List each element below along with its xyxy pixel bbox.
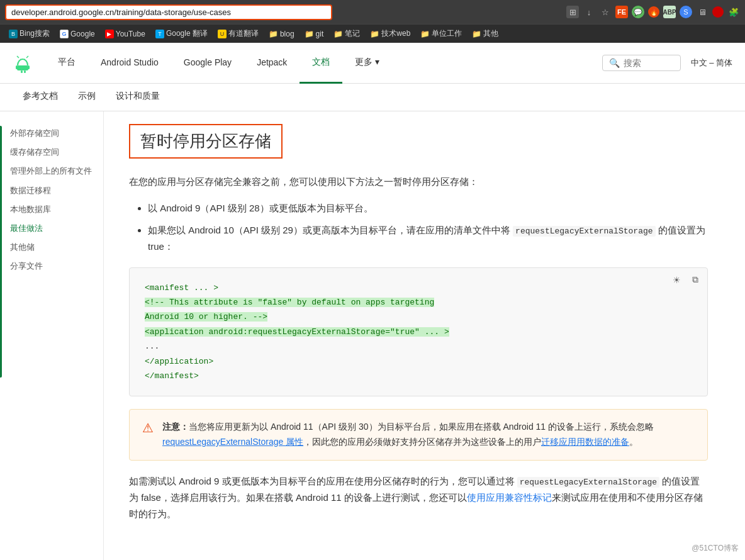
youdao-icon: U xyxy=(218,30,227,38)
code-block: <manifest ... > <!-- This attribute is "… xyxy=(130,268,707,396)
search-input[interactable] xyxy=(624,58,674,68)
bottom-paragraph: 如需测试以 Android 9 或更低版本为目标平台的应用在使用分区储存时的行为… xyxy=(129,473,708,522)
bookmark-techweb[interactable]: 📁 技术web xyxy=(366,27,414,40)
bookmark-other-label: 其他 xyxy=(483,28,498,39)
bookmark-notes[interactable]: 📁 笔记 xyxy=(330,27,364,40)
fire-icon[interactable]: 🔥 xyxy=(648,6,659,18)
sidebar-item-local-db[interactable]: 本地数据库 xyxy=(0,200,103,219)
subnav-reference[interactable]: 参考文档 xyxy=(13,84,68,111)
browser-icons: ⊞ ↓ ☆ FE 💬 🔥 ABP S 🖥 🧩 xyxy=(566,6,740,18)
bookmark-techweb-label: 技术web xyxy=(381,28,410,39)
topnav-google-play[interactable]: Google Play xyxy=(171,43,244,84)
code-line-6: </application> xyxy=(145,354,692,369)
watermark: @51CTO博客 xyxy=(692,543,739,554)
fe-icon[interactable]: FE xyxy=(615,6,628,18)
monitor-icon[interactable]: 🖥 xyxy=(696,6,709,18)
browser-chrome: developer.android.google.cn/training/dat… xyxy=(0,0,745,43)
page-heading: 暂时停用分区存储 xyxy=(129,124,283,159)
sidebar-item-migration[interactable]: 数据迁移程 xyxy=(0,181,103,200)
bookmark-blog[interactable]: 📁 blog xyxy=(265,28,298,40)
copy-icon[interactable]: ⧉ xyxy=(688,273,702,287)
google-icon: G xyxy=(60,30,69,38)
code-line-1: <manifest ... > xyxy=(145,281,692,295)
translate-icon: T xyxy=(155,30,164,38)
bookmark-youdao[interactable]: U 有道翻译 xyxy=(214,27,262,40)
sub-nav: 参考文档 示例 设计和质量 xyxy=(0,84,745,111)
topnav-items: 平台 Android Studio Google Play Jetpack 文档… xyxy=(45,43,602,84)
page-title: 暂时停用分区存储 xyxy=(140,130,271,152)
code-block-wrapper: ☀ ⧉ <manifest ... > <!-- This attribute … xyxy=(129,267,708,397)
code-line-3: Android 10 or higher. --> xyxy=(145,310,692,324)
warning-link2[interactable]: 迁移应用用数据的准备 xyxy=(541,437,629,447)
sidebar-item-all-files[interactable]: 管理外部上的所有文件 xyxy=(0,162,103,181)
svg-rect-4 xyxy=(17,65,28,70)
sidebar-item-share-file[interactable]: 分享文件 xyxy=(0,257,103,276)
subnav-samples[interactable]: 示例 xyxy=(68,84,106,111)
bookmark-work[interactable]: 📁 单位工作 xyxy=(417,27,466,40)
folder-notes-icon: 📁 xyxy=(333,30,343,38)
sidebar-item-external-storage[interactable]: 外部存储空间 xyxy=(0,124,103,143)
warning-text: 注意：当您将应用更新为以 Android 11（API 级别 30）为目标平台后… xyxy=(162,420,695,450)
bookmark-google-translate[interactable]: T Google 翻译 xyxy=(152,27,211,40)
sidebar-item-other[interactable]: 其他储 xyxy=(0,238,103,257)
list-item-1: 以 Android 9（API 级别 28）或更低版本为目标平台。 xyxy=(148,200,708,216)
theme-icon[interactable]: ☀ xyxy=(669,273,683,287)
grid-icon[interactable]: ⊞ xyxy=(566,6,579,18)
subnav-design[interactable]: 设计和质量 xyxy=(106,84,170,111)
bookmark-translate-label: Google 翻译 xyxy=(166,28,208,39)
topnav-search[interactable]: 🔍 xyxy=(602,55,681,71)
blue-icon[interactable]: S xyxy=(680,6,692,18)
youtube-icon: ▶ xyxy=(105,30,114,38)
android-logo xyxy=(13,53,33,73)
bookmarks-bar: B Bing搜索 G Google ▶ YouTube T Google 翻译 … xyxy=(0,24,745,43)
bookmark-google[interactable]: G Google xyxy=(56,28,99,40)
content-list: 以 Android 9（API 级别 28）或更低版本为目标平台。 如果您以 A… xyxy=(148,200,708,255)
download-icon[interactable]: ↓ xyxy=(583,6,595,18)
svg-rect-8 xyxy=(24,70,26,73)
sidebar-item-best-practices[interactable]: 最佳做法 xyxy=(0,219,103,238)
bottom-link[interactable]: 使用应用兼容性标记 xyxy=(467,492,552,503)
bing-icon: B xyxy=(9,30,18,38)
bookmark-notes-label: 笔记 xyxy=(345,28,360,39)
warning-link1[interactable]: requestLegacyExternalStorage 属性 xyxy=(162,437,303,447)
topnav-android-studio[interactable]: Android Studio xyxy=(88,43,171,84)
red-icon[interactable] xyxy=(712,6,724,18)
bookmark-git[interactable]: 📁 git xyxy=(301,28,328,40)
folder-techweb-icon: 📁 xyxy=(370,30,379,38)
sidebar: 外部存储空间 缓存储存空间 管理外部上的所有文件 数据迁移程 本地数据库 最佳做… xyxy=(0,111,104,560)
topnav-docs[interactable]: 文档 xyxy=(300,43,342,84)
folder-other-icon: 📁 xyxy=(472,30,481,38)
bullet2-code: requestLegacyExternalStorage xyxy=(513,226,655,237)
bookmark-bing-label: Bing搜索 xyxy=(20,28,50,39)
bottom-code-inline: requestLegacyExternalStorage xyxy=(517,477,659,488)
bookmark-other[interactable]: 📁 其他 xyxy=(468,27,502,40)
bookmark-youtube[interactable]: ▶ YouTube xyxy=(101,28,149,40)
green-chat-icon[interactable]: 💬 xyxy=(632,6,644,18)
bookmark-blog-label: blog xyxy=(280,30,294,38)
svg-line-3 xyxy=(26,56,28,58)
bookmark-bing[interactable]: B Bing搜索 xyxy=(5,27,53,40)
android-topnav: 平台 Android Studio Google Play Jetpack 文档… xyxy=(0,43,745,84)
code-line-4: <application android:requestLegacyExtern… xyxy=(145,325,692,339)
topnav-jetpack[interactable]: Jetpack xyxy=(244,43,300,84)
address-bar[interactable]: developer.android.google.cn/training/dat… xyxy=(5,4,332,20)
sidebar-item-cache-storage[interactable]: 缓存储存空间 xyxy=(0,143,103,162)
puzzle-icon[interactable]: 🧩 xyxy=(727,6,740,18)
star-icon[interactable]: ☆ xyxy=(599,6,612,18)
svg-line-2 xyxy=(17,56,19,58)
folder-blog-icon: 📁 xyxy=(269,30,278,38)
folder-git-icon: 📁 xyxy=(305,30,314,38)
adblock-icon[interactable]: ABP xyxy=(663,6,676,18)
bookmark-youtube-label: YouTube xyxy=(116,30,145,38)
bookmark-youdao-label: 有道翻译 xyxy=(228,28,259,39)
code-line-7: </manifest> xyxy=(145,369,692,383)
bullet2-text: 如果您以 Android 10（API 级别 29）或更高版本为目标平台，请在应… xyxy=(148,225,510,235)
browser-titlebar: developer.android.google.cn/training/dat… xyxy=(0,0,745,24)
lang-selector[interactable]: 中文 – 简体 xyxy=(691,57,732,69)
warning-icon: ⚠ xyxy=(142,420,154,450)
folder-work-icon: 📁 xyxy=(420,30,430,38)
topnav-more[interactable]: 更多 ▾ xyxy=(342,43,392,84)
scroll-indicator xyxy=(0,126,2,378)
bookmark-work-label: 单位工作 xyxy=(432,28,462,39)
topnav-platform[interactable]: 平台 xyxy=(45,43,88,84)
